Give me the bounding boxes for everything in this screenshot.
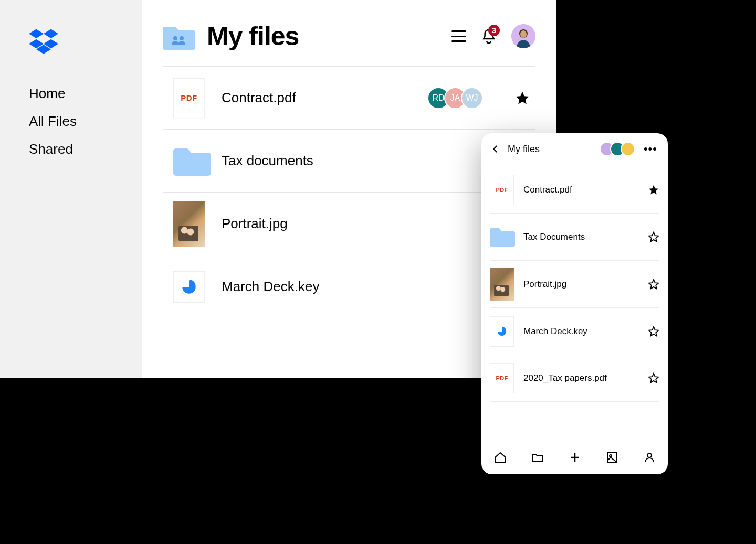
folder-icon bbox=[173, 145, 211, 177]
star-outline-icon[interactable] bbox=[648, 231, 659, 243]
file-row[interactable]: March Deck.key bbox=[490, 307, 659, 355]
desktop-window: Home All Files Shared My files bbox=[0, 0, 556, 378]
svg-point-12 bbox=[647, 453, 652, 457]
file-row[interactable]: March Deck.key bbox=[163, 255, 536, 318]
svg-point-6 bbox=[180, 36, 184, 40]
star-outline-icon[interactable] bbox=[648, 372, 659, 384]
notification-badge: 3 bbox=[488, 25, 500, 36]
sidebar-item-all-files[interactable]: All Files bbox=[29, 113, 142, 130]
mobile-file-list: PDF Contract.pdf Tax Documents Portrait.… bbox=[481, 166, 668, 440]
nav-account-icon[interactable] bbox=[642, 450, 657, 465]
svg-marker-1 bbox=[44, 29, 58, 38]
dropbox-logo-icon[interactable] bbox=[29, 29, 142, 54]
mobile-shared-avatars[interactable] bbox=[600, 142, 635, 156]
title-group: My files bbox=[163, 21, 299, 51]
presentation-file-icon bbox=[490, 316, 514, 347]
image-thumbnail bbox=[173, 201, 205, 247]
file-name: Contract.pdf bbox=[222, 90, 427, 106]
file-name: March Deck.key bbox=[523, 326, 648, 337]
sidebar: Home All Files Shared bbox=[0, 0, 142, 378]
file-name: Contract.pdf bbox=[523, 185, 648, 195]
file-row[interactable]: Portrait.jpg bbox=[163, 193, 536, 255]
more-options-icon[interactable]: ••• bbox=[642, 142, 659, 156]
file-name: Portrait.jpg bbox=[523, 279, 648, 290]
star-outline-icon[interactable] bbox=[648, 279, 659, 290]
header-actions: 3 bbox=[452, 24, 536, 48]
nav-folder-icon[interactable] bbox=[530, 450, 545, 465]
menu-icon[interactable] bbox=[452, 30, 466, 42]
file-name: 2020_Tax papers.pdf bbox=[523, 373, 648, 383]
file-row[interactable]: PDF Contract.pdf bbox=[490, 166, 659, 213]
back-button[interactable] bbox=[490, 144, 501, 154]
file-list: PDF Contract.pdf RD JA WJ bbox=[163, 66, 536, 318]
file-row[interactable]: PDF Contract.pdf RD JA WJ bbox=[163, 67, 536, 130]
star-icon[interactable] bbox=[514, 90, 530, 106]
shared-with-avatars[interactable]: RD JA WJ bbox=[427, 87, 483, 109]
pdf-file-icon: PDF bbox=[173, 78, 205, 118]
sidebar-item-home[interactable]: Home bbox=[29, 86, 142, 102]
file-name: Tax Documents bbox=[523, 232, 648, 242]
avatar-initials: WJ bbox=[461, 87, 483, 109]
image-thumbnail bbox=[490, 268, 514, 301]
file-row[interactable]: Tax Documents bbox=[490, 213, 659, 260]
avatar bbox=[621, 142, 635, 156]
user-avatar[interactable] bbox=[511, 24, 536, 48]
main-header: My files 3 bbox=[163, 21, 536, 66]
mobile-bottom-nav bbox=[481, 440, 668, 474]
star-icon[interactable] bbox=[648, 184, 659, 196]
mobile-window: My files ••• PDF Contract.pdf Tax Docume… bbox=[481, 133, 668, 474]
pdf-file-icon: PDF bbox=[490, 175, 514, 205]
svg-point-9 bbox=[520, 30, 527, 38]
folder-icon bbox=[490, 227, 515, 248]
nav-add-icon[interactable] bbox=[568, 450, 582, 465]
star-outline-icon[interactable] bbox=[648, 326, 659, 337]
file-row[interactable]: Portrait.jpg bbox=[490, 260, 659, 307]
nav-home-icon[interactable] bbox=[493, 450, 508, 465]
presentation-file-icon bbox=[173, 271, 205, 303]
file-row[interactable]: PDF 2020_Tax papers.pdf bbox=[490, 355, 659, 402]
svg-point-5 bbox=[173, 36, 177, 40]
mobile-header: My files ••• bbox=[481, 133, 668, 166]
notifications-button[interactable]: 3 bbox=[481, 28, 497, 45]
svg-point-11 bbox=[610, 455, 612, 457]
pdf-file-icon: PDF bbox=[490, 363, 514, 393]
file-row[interactable]: Tax documents bbox=[163, 130, 536, 193]
mobile-title: My files bbox=[508, 144, 593, 155]
shared-folder-icon bbox=[163, 23, 195, 50]
sidebar-item-shared[interactable]: Shared bbox=[29, 141, 142, 157]
page-title: My files bbox=[207, 21, 299, 51]
svg-marker-0 bbox=[29, 29, 44, 38]
nav-photos-icon[interactable] bbox=[605, 450, 620, 465]
